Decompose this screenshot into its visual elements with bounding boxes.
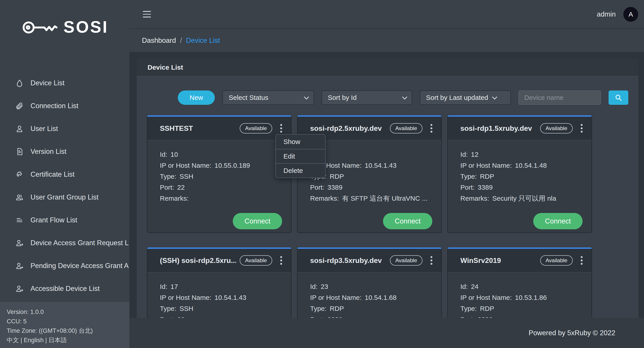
device-title: sosi-rdp1.5xruby.dev [460,124,536,133]
device-host-row: IP or Host Name:10.54.1.43 [310,160,432,171]
device-title: SSHTEST [160,124,236,133]
device-id-row: Id:24 [460,281,582,292]
device-card-header: WinSrv2019 Available [448,249,592,273]
user-plus-icon [15,239,24,247]
document-icon [15,147,24,156]
status-select-value: Select Status [229,94,268,101]
context-menu-delete[interactable]: Delete [276,163,325,177]
sort-by-last-updated-select[interactable]: Sort by Last updated [420,90,511,105]
device-title: sosi-rdp3.5xruby.dev [310,256,386,265]
sidebar-item-connection-list[interactable]: Connection List [0,95,130,117]
device-id-row: Id:23 [310,281,432,292]
timezone-text: Time Zone: ((GMT+08:00) 台北) [7,326,125,336]
sidebar-item-accessible-device-list[interactable]: Accessible Device List [0,277,130,300]
sidebar-item-version-list[interactable]: Version List [0,140,130,163]
key-icon [21,15,59,39]
device-port-row: Port:3389 [460,314,582,318]
device-card: (SSH) sosi-rdp2.5xru... Available Id:17 … [147,247,292,318]
status-badge: Available [540,123,573,134]
device-remarks-row: Remarks:Security 只可以用 nla [460,193,582,204]
sidebar-item-grant-flow-list[interactable]: Grant Flow List [0,209,130,232]
device-remarks-row: Remarks:有 SFTP 這台有 UltraVNC ... [310,193,432,204]
sidebar-item-device-access-grant-request-list[interactable]: Device Access Grant Request L [0,232,130,254]
breadcrumb-current-page[interactable]: Device List [186,36,220,45]
kebab-menu-icon[interactable] [580,255,584,266]
device-card-body: Id:17 IP or Host Name:10.54.1.43 Type:SS… [147,273,291,318]
device-port-row: Port:3389 [310,182,432,193]
brand-name: SOSI [64,17,108,36]
context-menu-show[interactable]: Show [276,135,325,149]
context-menu-edit[interactable]: Edit [276,149,325,163]
chevron-down-icon [304,95,309,100]
device-port-row: Port:3389 [310,314,432,318]
device-name-search-input[interactable] [518,90,601,105]
card-context-menu: Show Edit Delete [275,134,326,178]
connect-button[interactable]: Connect [383,213,432,229]
device-id-row: Id:12 [460,149,582,160]
sort-by-id-select[interactable]: Sort by Id [322,90,412,105]
connect-button[interactable]: Connect [233,213,282,229]
panel-header: Device List [137,59,638,77]
panel-body: New Select Status Sort by Id Sort by Las… [137,77,638,318]
device-type-row: Type:RDP [310,303,432,314]
device-card-body: Id:12 IP or Host Name:10.54.1.48 Type:RD… [448,140,592,232]
sidebar-item-label: Device Access Grant Request L [30,239,129,247]
version-text: Version: 1.0.0 [7,307,125,317]
brand-logo[interactable]: SOSI [0,0,130,54]
device-type-row: Type:RDP [460,303,582,314]
device-card-body: Id:23 IP or Host Name:10.54.1.68 Type:RD… [298,273,441,318]
sidebar-item-label: Grant Flow List [30,216,77,224]
device-type-row: Type:RDP [460,171,582,182]
device-card: sosi-rdp3.5xruby.dev Available Id:23 IP … [297,247,442,318]
device-title: (SSH) sosi-rdp2.5xru... [160,256,236,265]
status-select[interactable]: Select Status [222,90,314,105]
breadcrumb-separator: / [180,36,182,45]
device-id-row: Id:10 [160,149,282,160]
device-card-header: sosi-rdp1.5xruby.dev Available [448,117,592,140]
status-badge: Available [390,123,422,134]
device-remarks-row: Remarks: [160,193,282,204]
kebab-menu-icon[interactable] [429,255,434,266]
kebab-menu-icon[interactable] [429,123,434,134]
device-port-row: Port:22 [160,182,282,193]
new-device-button[interactable]: New [178,90,215,105]
avatar[interactable]: A [623,7,638,22]
sidebar-item-pending-device-access-grant[interactable]: Pending Device Access Grant A [0,254,130,277]
search-icon [614,93,623,102]
device-title: sosi-rdp2.5xruby.dev [310,124,386,133]
kebab-menu-icon[interactable] [580,123,584,134]
navbar-right: admin A [597,7,638,22]
sidebar-item-label: User Grant Group List [30,193,98,201]
kebab-menu-icon[interactable] [279,255,284,266]
sidebar-item-device-list[interactable]: Device List [0,72,130,95]
device-card-body: Id:24 IP or Host Name:10.53.1.86 Type:RD… [448,273,592,318]
sidebar-item-label: Pending Device Access Grant A [30,262,129,270]
search-button[interactable] [608,90,628,105]
device-list-panel: Device List New Select Status Sort by Id [137,59,638,318]
language-switcher[interactable]: 中文 | English | 日本語 [7,336,125,345]
sidebar-item-label: Certificate List [30,171,74,178]
droplet-icon [15,79,24,87]
device-cards-grid: SSHTEST Available Id:10 IP or Host Name:… [147,115,628,318]
hamburger-menu-icon[interactable] [143,11,151,17]
device-port-row: Port:22 [160,314,282,318]
sidebar-item-user-grant-group-list[interactable]: User Grant Group List [0,186,130,209]
sidebar-item-certificate-list[interactable]: Certificate List [0,163,130,186]
sort-by-last-updated-value: Sort by Last updated [426,94,488,101]
page-footer: Powered by 5xRuby © 2022 [130,318,644,348]
breadcrumb: Dashboard / Device List [130,28,644,52]
powered-by-text: Powered by 5xRuby © 2022 [529,329,615,337]
status-badge: Available [540,255,573,266]
device-type-row: Type:SSH [160,171,282,182]
status-badge: Available [240,255,272,266]
device-type-row: Type:SSH [160,303,282,314]
device-card-header: (SSH) sosi-rdp2.5xru... Available [147,249,291,273]
device-type-row: Type:RDP [310,171,432,182]
device-host-row: IP or Host Name:10.54.1.68 [310,292,432,303]
filter-toolbar: New Select Status Sort by Id Sort by Las… [147,90,628,105]
connect-button[interactable]: Connect [533,213,582,229]
breadcrumb-dashboard-link[interactable]: Dashboard [142,36,176,45]
sidebar-item-label: Accessible Device List [30,285,100,293]
sidebar-item-user-list[interactable]: User List [0,117,130,140]
kebab-menu-icon[interactable] [279,123,284,134]
